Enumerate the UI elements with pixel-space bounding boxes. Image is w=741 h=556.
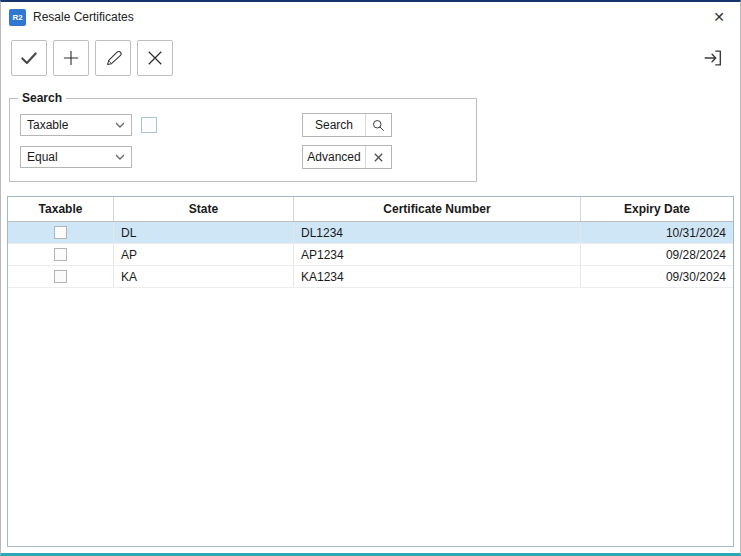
clear-x-icon [365,146,391,168]
search-group-label: Search [18,91,66,105]
search-group: Search Taxable Search Equal [9,98,477,182]
search-button[interactable]: Search [302,113,392,137]
delete-button[interactable] [137,40,173,76]
taxable-checkbox[interactable] [54,248,67,261]
grid-body: DL DL1234 10/31/2024 AP AP1234 09/28/202… [8,222,733,546]
x-icon [145,48,165,68]
pencil-icon [104,49,123,68]
table-row[interactable]: KA KA1234 09/30/2024 [8,266,733,288]
add-button[interactable] [53,40,89,76]
titlebar: R2 Resale Certificates ✕ [1,2,740,32]
exit-icon [702,47,724,69]
expiry-date-cell: 10/31/2024 [581,222,733,243]
close-icon: ✕ [713,9,725,25]
operator-select[interactable]: Equal [20,146,132,168]
search-button-label: Search [303,114,365,136]
column-header-expiry-date[interactable]: Expiry Date [581,197,733,221]
taxable-checkbox[interactable] [54,226,67,239]
taxable-cell [8,266,114,287]
expiry-date-cell: 09/28/2024 [581,244,733,265]
exit-button[interactable] [696,41,730,75]
confirm-button[interactable] [11,40,47,76]
certificate-number-cell: AP1234 [294,244,581,265]
search-row-operator: Equal Advanced [20,145,466,169]
close-button[interactable]: ✕ [702,4,736,30]
taxable-value-checkbox[interactable] [141,117,157,133]
taxable-cell [8,244,114,265]
advanced-button[interactable]: Advanced [302,145,392,169]
state-cell: AP [114,244,294,265]
column-header-certificate-number[interactable]: Certificate Number [294,197,581,221]
edit-button[interactable] [95,40,131,76]
field-select-value: Taxable [27,118,115,132]
plus-icon [61,48,81,68]
chevron-down-icon [115,122,125,128]
check-icon [19,48,39,68]
chevron-down-icon [115,154,125,160]
certificates-grid: Taxable State Certificate Number Expiry … [7,196,734,547]
grid-header: Taxable State Certificate Number Expiry … [8,197,733,222]
expiry-date-cell: 09/30/2024 [581,266,733,287]
column-header-taxable[interactable]: Taxable [8,197,114,221]
advanced-button-label: Advanced [303,146,365,168]
taxable-checkbox[interactable] [54,270,67,283]
column-header-state[interactable]: State [114,197,294,221]
table-row[interactable]: AP AP1234 09/28/2024 [8,244,733,266]
state-cell: DL [114,222,294,243]
search-row-field: Taxable Search [20,113,466,137]
certificate-number-cell: KA1234 [294,266,581,287]
search-icon [365,114,391,136]
taxable-cell [8,222,114,243]
toolbar [1,32,740,84]
state-cell: KA [114,266,294,287]
operator-select-value: Equal [27,150,115,164]
certificate-number-cell: DL1234 [294,222,581,243]
window-title: Resale Certificates [33,10,134,24]
resale-certificates-window: R2 Resale Certificates ✕ [0,0,741,556]
table-row[interactable]: DL DL1234 10/31/2024 [8,222,733,244]
app-icon: R2 [9,9,26,26]
field-select[interactable]: Taxable [20,114,132,136]
